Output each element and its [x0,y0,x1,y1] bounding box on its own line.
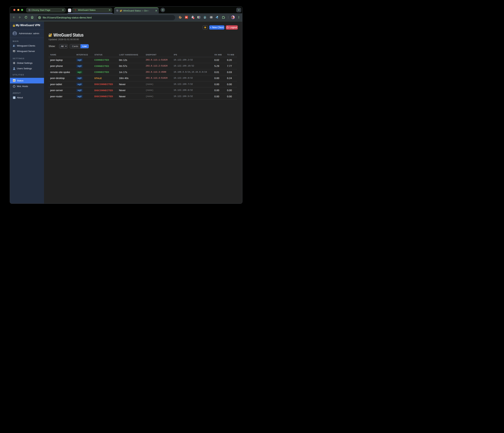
svg-text:1: 1 [193,17,194,19]
svg-text:O: O [210,16,212,18]
